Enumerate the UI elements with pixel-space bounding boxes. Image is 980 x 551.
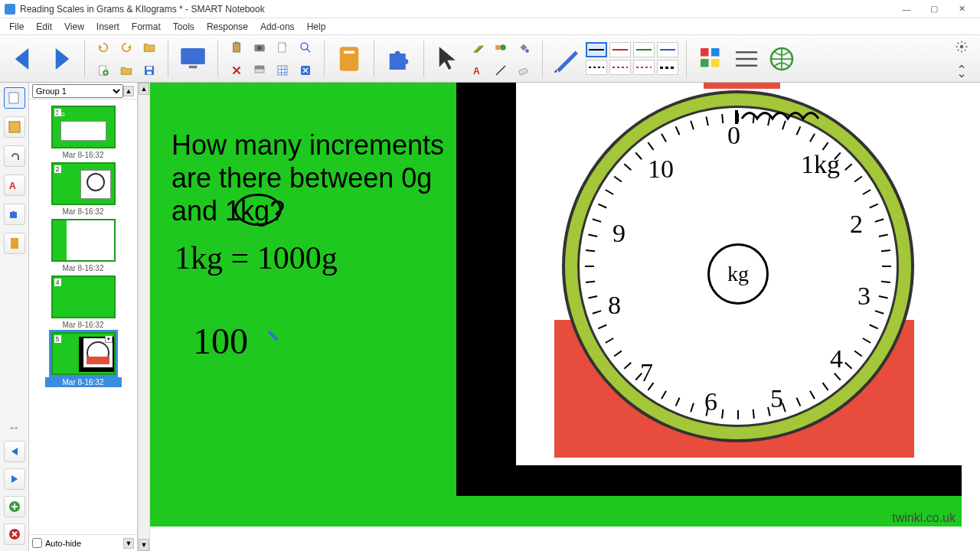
lab-tab[interactable] [4, 233, 25, 254]
activity-button[interactable] [332, 42, 366, 76]
menu-tools[interactable]: Tools [167, 20, 201, 34]
pen-red-dash[interactable] [609, 60, 631, 75]
page-sorter-tab[interactable] [4, 87, 25, 109]
thumbnail-4[interactable]: 4 Mar 8-16:32 [45, 276, 122, 329]
resize-handle-icon[interactable]: ↔ [8, 421, 21, 435]
pens-button[interactable] [467, 37, 488, 58]
menu-file[interactable]: File [3, 20, 30, 34]
watermark: twinkl.co.uk [892, 511, 956, 525]
screen-share-button[interactable] [176, 42, 210, 76]
prev-arrow-button[interactable] [4, 441, 25, 462]
screen-shade-button[interactable] [249, 60, 270, 81]
pen-black-dash[interactable] [586, 60, 607, 75]
svg-rect-8 [235, 41, 239, 44]
web-button[interactable] [765, 42, 799, 76]
svg-rect-25 [711, 48, 720, 57]
menu-edit[interactable]: Edit [30, 20, 58, 34]
svg-rect-12 [255, 66, 264, 70]
side-tabs: A ↔ [0, 83, 29, 551]
thumbnail-list: 1 KG Mar 8-16:32 2 Mar 8-16:32 3 Mar 8-1… [29, 99, 137, 534]
menu-bar: File Edit View Insert Format Tools Respo… [0, 18, 980, 35]
addon-puzzle-button[interactable] [382, 42, 416, 76]
maximize-button[interactable]: ▢ [920, 2, 948, 17]
svg-line-49 [879, 234, 888, 236]
open-button[interactable] [116, 60, 137, 81]
toolbar: A [0, 35, 980, 83]
delete-button[interactable] [226, 60, 247, 81]
select-tool-button[interactable] [432, 42, 466, 76]
save-button[interactable] [139, 60, 160, 81]
svg-rect-20 [495, 45, 500, 50]
circle-annotation [234, 194, 282, 226]
svg-rect-17 [340, 47, 359, 71]
pen-green-thin[interactable] [633, 42, 655, 57]
search-button[interactable] [295, 37, 316, 58]
canvas-left-scroll[interactable]: ▲ ▼ [138, 83, 150, 551]
move-toolbar-button[interactable] [951, 60, 972, 82]
thumbnail-3[interactable]: 3 Mar 8-16:32 [45, 219, 122, 272]
minimize-button[interactable]: — [893, 2, 920, 17]
prev-page-button[interactable] [8, 42, 41, 76]
scroll-up-icon[interactable]: ▲ [139, 83, 149, 95]
svg-rect-7 [234, 43, 240, 52]
slide-canvas[interactable]: How many increments are there between 0g… [150, 83, 980, 551]
thumbnail-2[interactable]: 2 Mar 8-16:32 [45, 162, 122, 216]
redo-button[interactable] [116, 37, 137, 58]
menu-help[interactable]: Help [301, 20, 332, 34]
thumbnail-1[interactable]: 1 KG Mar 8-16:32 [45, 106, 122, 159]
properties-tab[interactable]: A [4, 174, 25, 196]
canvas-wrap: ▲ ▼ How many increments are there betwee… [138, 83, 980, 551]
pen-black-thin[interactable] [586, 42, 607, 57]
folder-button[interactable] [139, 37, 160, 58]
line-style-button[interactable] [730, 42, 763, 76]
menu-addons[interactable]: Add-ons [254, 20, 301, 34]
next-arrow-button[interactable] [4, 468, 25, 490]
shapes-button[interactable] [490, 37, 511, 58]
gallery-tab[interactable] [4, 116, 25, 138]
group-select[interactable]: Group 1 [32, 84, 123, 98]
thumb-scroll-down[interactable]: ▼ [123, 538, 134, 549]
menu-insert[interactable]: Insert [90, 20, 126, 34]
next-page-button[interactable] [43, 42, 77, 76]
pen-red-thin[interactable] [609, 42, 631, 57]
color-picker-button[interactable] [694, 42, 728, 76]
undo-button[interactable] [93, 37, 114, 58]
line-button[interactable] [490, 60, 511, 81]
settings-button[interactable] [951, 36, 972, 57]
camera-button[interactable] [249, 37, 270, 58]
autohide-checkbox[interactable] [32, 538, 42, 548]
svg-line-90 [648, 142, 653, 150]
pen-blue-thin[interactable] [657, 42, 678, 57]
menu-response[interactable]: Response [201, 20, 254, 34]
addons-tab[interactable] [4, 204, 25, 225]
paste-button[interactable] [226, 37, 247, 58]
eraser-button[interactable] [513, 60, 534, 81]
handwriting-2: 100 [193, 320, 248, 362]
new-page-button[interactable] [93, 60, 114, 81]
svg-rect-33 [11, 238, 18, 249]
attachments-tab[interactable] [4, 145, 25, 167]
svg-line-61 [810, 391, 815, 399]
scroll-down-icon[interactable]: ▼ [139, 539, 149, 551]
thumb-scroll-up[interactable]: ▲ [123, 86, 134, 96]
svg-rect-6 [189, 65, 198, 68]
add-slide-button[interactable] [4, 496, 25, 517]
menu-format[interactable]: Format [126, 20, 167, 34]
pen-black-thick-dash[interactable] [657, 60, 678, 75]
text-button[interactable]: A [467, 60, 488, 81]
menu-view[interactable]: View [58, 20, 90, 34]
close-page-button[interactable] [295, 60, 316, 81]
svg-line-47 [870, 204, 878, 208]
handwriting-1: 1kg = 1000g [175, 240, 338, 276]
thumbnail-5[interactable]: 5 ▾ Mar 8-16:32 [45, 332, 122, 387]
svg-line-95 [722, 114, 723, 123]
pen-tool-button[interactable] [550, 42, 584, 76]
table-button[interactable] [272, 60, 293, 81]
pen-pink-dash[interactable] [633, 60, 655, 75]
document-camera-button[interactable] [272, 37, 293, 58]
close-button[interactable]: ✕ [948, 2, 975, 17]
dial-3: 3 [858, 282, 871, 311]
fill-button[interactable] [513, 37, 534, 58]
delete-slide-button[interactable] [4, 523, 25, 545]
svg-line-45 [854, 176, 862, 181]
